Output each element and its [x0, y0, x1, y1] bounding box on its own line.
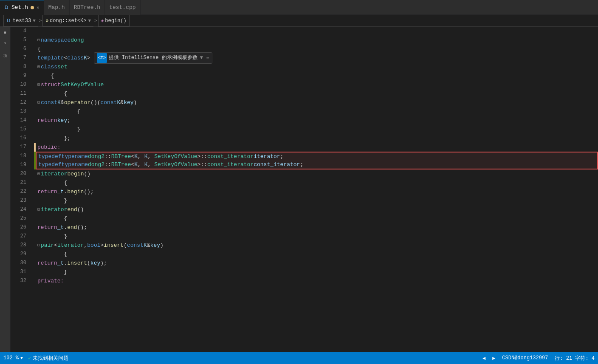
- code-line-17[interactable]: public:: [36, 143, 598, 152]
- tab-bar: 🗋 Set.h ✕ Map.h RBTree.h test.cpp: [0, 0, 598, 15]
- dropdown-arrow-icon: ▼: [200, 54, 203, 62]
- code-line-32[interactable]: private:: [36, 277, 598, 285]
- zoom-level[interactable]: 102 % ▼: [3, 355, 23, 361]
- intellisense-label: 提供 IntelliSense 的示例模板参数: [109, 54, 197, 62]
- code-line-16[interactable]: };: [36, 134, 598, 143]
- code-line-20[interactable]: ⊟ iterator begin(): [36, 169, 598, 178]
- line-num-15: 15: [11, 125, 30, 134]
- sidebar-item-icon[interactable]: 项: [1, 51, 9, 60]
- line-num-27: 27: [11, 232, 30, 241]
- line-num-32: 32: [11, 277, 30, 285]
- breadcrumb-sep-2: >: [93, 18, 98, 23]
- code-line-5[interactable]: ⊟namespace dong: [36, 36, 598, 45]
- seth-file-icon: 🗋: [4, 5, 9, 10]
- line-num-16: 16: [11, 134, 30, 143]
- pencil-icon[interactable]: ✏: [206, 54, 209, 62]
- line-num-18: 18: [11, 152, 30, 161]
- code-line-31[interactable]: }: [36, 268, 598, 277]
- code-line-10[interactable]: ⊟ struct SetKeyOfValue: [36, 80, 598, 89]
- code-line-25[interactable]: {: [36, 214, 598, 223]
- code-line-29[interactable]: {: [36, 250, 598, 259]
- code-line-7[interactable]: template<class K> <T> 提供 IntelliSense 的示…: [36, 54, 598, 62]
- line-num-29: 29: [11, 250, 30, 259]
- no-problems: ✓ 未找到相关问题: [28, 355, 68, 362]
- code-line-30[interactable]: return _t.Insert(key);: [36, 259, 598, 268]
- breadcrumb-namespace-label: dong::set<K>: [50, 18, 86, 24]
- collapse-icon[interactable]: ⊟: [37, 241, 40, 250]
- line-num-5: 5: [11, 36, 30, 45]
- line-num-19: 19: [11, 161, 30, 169]
- tab-seth-label: Set.h: [11, 4, 28, 11]
- code-line-22[interactable]: return _t.begin();: [36, 187, 598, 196]
- collapse-icon[interactable]: ⊟: [37, 62, 40, 71]
- line-numbers: 4567891011121314151617181920212223242526…: [11, 27, 34, 352]
- code-line-15[interactable]: }: [36, 125, 598, 134]
- intellisense-tooltip[interactable]: <T> 提供 IntelliSense 的示例模板参数 ▼ ✏: [94, 52, 212, 64]
- breadcrumb-sep-1: >: [38, 18, 43, 23]
- tab-rbtreeh[interactable]: RBTree.h: [70, 0, 105, 15]
- file-icon: 🗋: [6, 18, 11, 23]
- line-num-30: 30: [11, 259, 30, 268]
- tab-seth-close[interactable]: ✕: [37, 5, 39, 10]
- scroll-right[interactable]: ▶: [492, 355, 495, 361]
- code-line-23[interactable]: }: [36, 196, 598, 205]
- line-num-24: 24: [11, 205, 30, 214]
- user-info: CSDN@dong132997: [502, 355, 548, 361]
- tab-rbtreeh-label: RBTree.h: [74, 4, 100, 11]
- chevron-down-icon: ▼: [33, 18, 36, 23]
- no-problems-label: 未找到相关问题: [33, 355, 68, 362]
- sidebar-arrow-icon[interactable]: ▷: [1, 39, 9, 47]
- line-num-17: 17: [11, 143, 30, 152]
- line-num-7: 7: [11, 54, 30, 62]
- breadcrumb-method-label: begin(): [105, 18, 126, 24]
- line-num-13: 13: [11, 107, 30, 116]
- code-line-12[interactable]: ⊟ const K& operator()(const K& key): [36, 98, 598, 107]
- collapse-icon[interactable]: ⊟: [37, 80, 40, 89]
- collapse-icon[interactable]: ⊟: [37, 98, 40, 107]
- tab-testcpp[interactable]: test.cpp: [105, 0, 140, 15]
- code-line-4[interactable]: [36, 27, 598, 36]
- code-line-13[interactable]: {: [36, 107, 598, 116]
- line-num-14: 14: [11, 116, 30, 125]
- namespace-icon: ⚙: [45, 18, 48, 23]
- line-num-6: 6: [11, 45, 30, 54]
- code-line-21[interactable]: {: [36, 178, 598, 187]
- code-line-8[interactable]: ⊟ class set: [36, 62, 598, 71]
- tab-maph[interactable]: Map.h: [44, 0, 70, 15]
- collapse-icon[interactable]: ⊟: [37, 169, 40, 178]
- code-line-11[interactable]: {: [36, 89, 598, 98]
- line-num-9: 9: [11, 71, 30, 80]
- line-num-11: 11: [11, 89, 30, 98]
- code-line-24[interactable]: ⊟ iterator end(): [36, 205, 598, 214]
- tab-testcpp-label: test.cpp: [109, 4, 135, 11]
- tab-seth[interactable]: 🗋 Set.h ✕: [0, 0, 44, 15]
- scroll-left[interactable]: ◀: [482, 355, 485, 361]
- status-right: ◀ ▶ CSDN@dong132997 行: 21 字符: 4: [482, 355, 595, 362]
- code-editor[interactable]: ⊟namespace dong{ template<class K> <T> 提…: [36, 27, 598, 352]
- breadcrumb-bar: 🗋 test33 ▼ > ⚙ dong::set<K> ▼ > ◈ begin(…: [0, 15, 598, 27]
- code-line-9[interactable]: {: [36, 71, 598, 80]
- line-num-23: 23: [11, 196, 30, 205]
- breadcrumb-file[interactable]: 🗋 test33 ▼: [3, 15, 38, 27]
- code-line-26[interactable]: return _t.end();: [36, 223, 598, 232]
- code-line-27[interactable]: }: [36, 232, 598, 241]
- collapse-icon[interactable]: ⊟: [37, 36, 40, 45]
- code-line-14[interactable]: return key;: [36, 116, 598, 125]
- t-badge: <T>: [97, 53, 107, 63]
- tab-modified-dot: [31, 6, 34, 9]
- scroll-left-icon: ◀: [482, 355, 485, 361]
- breadcrumb-method[interactable]: ◈ begin(): [98, 15, 130, 27]
- sidebar-collapse-icon[interactable]: ≡: [1, 28, 9, 37]
- line-num-10: 10: [11, 80, 30, 89]
- cursor-position: 行: 21 字符: 4: [555, 355, 595, 362]
- tab-maph-label: Map.h: [48, 4, 65, 11]
- user-label: CSDN@dong132997: [502, 355, 548, 361]
- code-line-28[interactable]: ⊟ pair<iterator,bool> insert(const K& ke…: [36, 241, 598, 250]
- line-num-26: 26: [11, 223, 30, 232]
- line-num-22: 22: [11, 187, 30, 196]
- collapse-icon[interactable]: ⊟: [37, 205, 40, 214]
- code-line-18[interactable]: typedef typename dong2::RBTree<K, K, Set…: [36, 152, 598, 161]
- sidebar: ≡ ▷ 项: [0, 27, 11, 352]
- breadcrumb-namespace[interactable]: ⚙ dong::set<K> ▼: [42, 15, 93, 27]
- code-line-19[interactable]: typedef typename dong2::RBTree<K, K, Set…: [36, 161, 598, 169]
